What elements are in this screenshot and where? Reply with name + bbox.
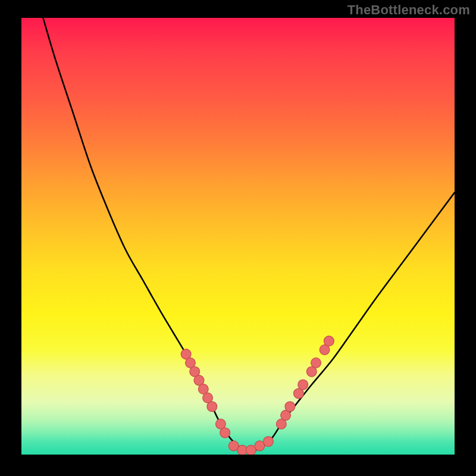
gradient-background [21,18,455,455]
watermark-text: TheBottleneck.com [347,2,470,18]
plot-area [21,18,455,455]
chart-frame: TheBottleneck.com [0,0,476,476]
